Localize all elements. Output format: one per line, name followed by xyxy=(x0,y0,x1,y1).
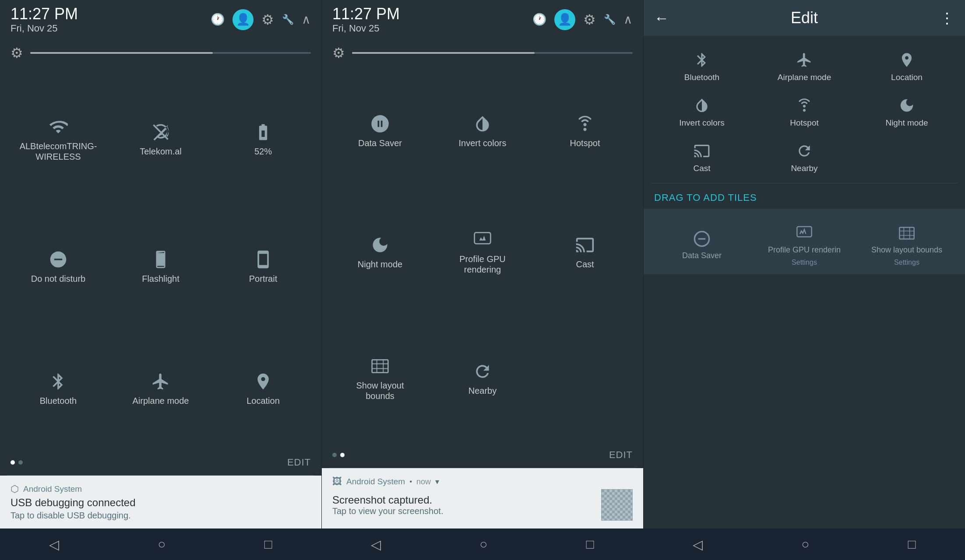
edit-nearby-label: Nearby xyxy=(791,164,817,173)
notif-row-2: Screenshot captured. Tap to view your sc… xyxy=(332,489,633,521)
notif-content-2: Screenshot captured. Tap to view your sc… xyxy=(332,494,443,516)
nav-bar-3: ◁ ○ □ xyxy=(644,528,965,560)
edit-more-button[interactable]: ⋮ xyxy=(940,9,954,27)
edit-tile-location[interactable]: Location xyxy=(856,43,958,88)
panel-1: 11:27 PM Fri, Nov 25 🕐 👤 ⚙ 🔧 ∧ ⚙ ALBtele… xyxy=(0,0,322,560)
edit-button-1[interactable]: EDIT xyxy=(287,457,311,468)
edit-location-label: Location xyxy=(891,73,923,82)
tile-datasaver-label: Data Saver xyxy=(358,138,402,148)
alarm-icon-2: 🕐 xyxy=(532,13,546,26)
profilegpu-icon xyxy=(473,230,492,249)
tile-signal-label: Telekom.al xyxy=(140,146,182,157)
time-2: 11:27 PM xyxy=(332,5,400,23)
edit-bluetooth-label: Bluetooth xyxy=(684,73,719,82)
time-block-2: 11:27 PM Fri, Nov 25 xyxy=(332,5,400,34)
edit-bluetooth-icon xyxy=(694,52,710,68)
alarm-icon-1: 🕐 xyxy=(211,13,225,26)
edit-tile-cast[interactable]: Cast xyxy=(651,134,753,179)
dot-1-inactive xyxy=(18,460,23,465)
tile-battery[interactable]: 52% xyxy=(212,72,314,204)
notif-header-1: ⬡ Android System xyxy=(11,483,311,495)
tile-signal[interactable]: Telekom.al xyxy=(109,72,212,204)
tile-showlayout[interactable]: Show layoutbounds xyxy=(329,314,431,441)
nav-back-1[interactable]: ◁ xyxy=(49,537,59,552)
tile-bluetooth-1[interactable]: Bluetooth xyxy=(7,326,109,448)
settings-icon-1[interactable]: ⚙ xyxy=(261,11,274,28)
tile-invertcolors[interactable]: Invert colors xyxy=(431,72,534,188)
brightness-track-2[interactable] xyxy=(352,52,633,54)
drag-showlayout-label: Show layout bounds xyxy=(871,245,942,255)
drag-tile-showlayout[interactable]: Show layout bounds Settings xyxy=(856,216,958,271)
notification-1[interactable]: ⬡ Android System USB debugging connected… xyxy=(0,476,321,528)
drag-tiles-grid: Data Saver Profile GPU renderin Settings… xyxy=(644,209,965,274)
notif-app-icon-2: 🖼 xyxy=(332,476,342,487)
chevron-up-1[interactable]: ∧ xyxy=(302,12,311,27)
tile-location-1[interactable]: Location xyxy=(212,326,314,448)
tile-dnd[interactable]: Do not disturb xyxy=(7,204,109,326)
notif-app-name-2: Android System xyxy=(346,477,405,486)
tile-wifi[interactable]: ALBtelecomTRING-WIRELESS xyxy=(7,72,109,204)
nav-back-3[interactable]: ◁ xyxy=(693,537,703,552)
edit-tile-nearby[interactable]: Nearby xyxy=(753,134,856,179)
nav-recents-2[interactable]: □ xyxy=(586,537,594,552)
tile-datasaver[interactable]: Data Saver xyxy=(329,72,431,188)
tile-nightmode[interactable]: Night mode xyxy=(329,188,431,314)
nav-home-1[interactable]: ○ xyxy=(158,537,166,552)
tile-nearby-2[interactable]: Nearby xyxy=(431,314,534,441)
notification-2[interactable]: 🖼 Android System • now ▾ Screenshot capt… xyxy=(322,468,643,528)
drag-tile-profilegpu[interactable]: Profile GPU renderin Settings xyxy=(753,216,856,271)
edit-tiles-grid: Bluetooth Airplane mode Location Invert … xyxy=(644,36,965,183)
nav-recents-1[interactable]: □ xyxy=(264,537,272,552)
edit-tile-nightmode[interactable]: Night mode xyxy=(856,88,958,134)
edit-hotspot-label: Hotspot xyxy=(790,118,818,128)
tile-cast-2[interactable]: Cast xyxy=(534,188,636,314)
brightness-track-1[interactable] xyxy=(30,52,311,54)
edit-tile-airplane[interactable]: Airplane mode xyxy=(753,43,856,88)
tile-hotspot[interactable]: Hotspot xyxy=(534,72,636,188)
user-avatar-1[interactable]: 👤 xyxy=(232,9,254,30)
signal-icon xyxy=(151,122,170,142)
panel-footer-1: EDIT xyxy=(0,455,321,475)
notif-body-2: Tap to view your screenshot. xyxy=(332,506,443,516)
tile-portrait[interactable]: Portrait xyxy=(212,204,314,326)
tile-invertcolors-label: Invert colors xyxy=(459,138,507,148)
dnd-icon xyxy=(49,250,68,269)
tile-cast-label-2: Cast xyxy=(576,259,594,270)
dot-2-active xyxy=(340,453,345,457)
tile-flashlight[interactable]: Flashlight xyxy=(109,204,212,326)
edit-airplane-label: Airplane mode xyxy=(778,73,831,82)
nav-home-3[interactable]: ○ xyxy=(801,537,809,552)
tile-airplane-1[interactable]: Airplane mode xyxy=(109,326,212,448)
nav-home-2[interactable]: ○ xyxy=(479,537,487,552)
tile-dnd-label: Do not disturb xyxy=(31,273,86,284)
edit-back-button[interactable]: ← xyxy=(654,10,669,27)
edit-button-2[interactable]: EDIT xyxy=(609,449,633,461)
nav-back-2[interactable]: ◁ xyxy=(371,537,381,552)
edit-tile-invert[interactable]: Invert colors xyxy=(651,88,753,134)
notif-title-2: Screenshot captured. xyxy=(332,494,443,506)
tile-location-label-1: Location xyxy=(247,396,280,406)
wrench-icon-1: 🔧 xyxy=(282,14,294,25)
panel-3-edit: ← Edit ⋮ Bluetooth Airplane mode Locatio… xyxy=(644,0,965,560)
edit-invert-icon xyxy=(694,97,710,114)
edit-tile-bluetooth[interactable]: Bluetooth xyxy=(651,43,753,88)
settings-icon-2[interactable]: ⚙ xyxy=(583,11,596,28)
tile-wifi-label: ALBtelecomTRING-WIRELESS xyxy=(20,141,97,162)
edit-header: ← Edit ⋮ xyxy=(644,0,965,36)
edit-title: Edit xyxy=(678,9,931,27)
status-icons-1: 🕐 👤 ⚙ 🔧 ∧ xyxy=(211,9,311,30)
user-avatar-2[interactable]: 👤 xyxy=(554,9,575,30)
brightness-fill-2 xyxy=(352,52,535,54)
edit-hotspot-icon xyxy=(796,97,813,114)
tile-nightmode-label: Night mode xyxy=(358,259,402,270)
notif-dropdown-2[interactable]: ▾ xyxy=(435,477,439,486)
wifi-icon xyxy=(49,117,68,136)
nav-recents-3[interactable]: □ xyxy=(908,537,916,552)
chevron-up-2[interactable]: ∧ xyxy=(623,12,633,27)
edit-tile-hotspot[interactable]: Hotspot xyxy=(753,88,856,134)
location-icon-1 xyxy=(254,372,273,391)
drag-tile-datasaver[interactable]: Data Saver xyxy=(651,216,753,271)
flashlight-icon xyxy=(151,250,170,269)
tile-profilegpu[interactable]: Profile GPUrendering xyxy=(431,188,534,314)
nightmode-icon xyxy=(370,235,390,255)
